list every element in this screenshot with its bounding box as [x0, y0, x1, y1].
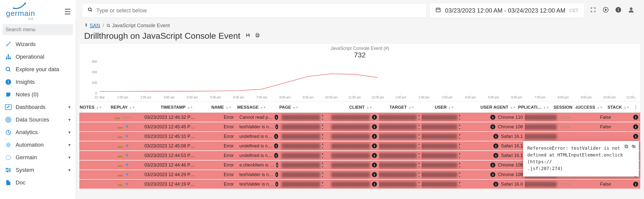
- info-dot-icon[interactable]: i: [459, 163, 460, 168]
- info-dot-icon[interactable]: i: [322, 115, 323, 120]
- info-dot-icon[interactable]: i: [322, 134, 323, 139]
- col-useragent[interactable]: USER AGENT ▲▼: [456, 102, 518, 112]
- col-success[interactable]: SUCCESS ▲▼: [576, 102, 605, 112]
- table-menu-icon[interactable]: ⋮: [631, 102, 640, 112]
- replay-icon[interactable]: ✶: [125, 133, 129, 140]
- info-dot-icon[interactable]: i: [275, 115, 278, 120]
- save-icon[interactable]: [245, 33, 250, 39]
- table-row[interactable]: ▬✶03/23/2023 12:44:19 P…ErrortestValider…: [79, 180, 640, 189]
- sidebar-item-dashboards[interactable]: Dashboards▾: [0, 101, 76, 113]
- sidebar-item-doc[interactable]: Doc: [0, 176, 76, 189]
- info-dot-icon[interactable]: i: [459, 134, 460, 139]
- info-dot-icon[interactable]: i: [275, 172, 278, 177]
- col-session[interactable]: SESSION ▲▼: [551, 102, 576, 112]
- col-target[interactable]: TARGET ▲▼: [374, 102, 416, 112]
- info-dot-icon[interactable]: i: [490, 172, 495, 177]
- user-icon[interactable]: [628, 7, 634, 15]
- replay-icon[interactable]: ✶: [125, 181, 129, 187]
- info-dot-icon[interactable]: i: [372, 134, 377, 139]
- col-replay[interactable]: REPLAY ▲▼: [104, 102, 142, 112]
- info-dot-icon[interactable]: i: [459, 172, 460, 177]
- sidebar-item-notes-0-[interactable]: Notes (0): [0, 88, 76, 101]
- play-icon[interactable]: [603, 7, 609, 15]
- info-dot-icon[interactable]: i: [322, 163, 323, 168]
- fullscreen-icon[interactable]: [590, 7, 596, 15]
- note-icon[interactable]: ▬: [118, 162, 123, 168]
- info-dot-icon[interactable]: i: [372, 124, 377, 129]
- info-dot-icon[interactable]: i: [633, 124, 638, 129]
- note-icon[interactable]: ▬: [118, 181, 123, 187]
- info-dot-icon[interactable]: i: [372, 153, 377, 158]
- info-dot-icon[interactable]: i: [419, 115, 420, 120]
- info-dot-icon[interactable]: i: [459, 153, 460, 158]
- info-icon[interactable]: [615, 7, 621, 15]
- note-icon[interactable]: ▬: [118, 143, 123, 149]
- info-dot-icon[interactable]: i: [274, 134, 278, 139]
- hide-icon[interactable]: [631, 143, 636, 151]
- info-dot-icon[interactable]: i: [322, 143, 323, 148]
- info-dot-icon[interactable]: i: [419, 143, 420, 148]
- info-dot-icon[interactable]: i: [493, 143, 498, 148]
- col-timestamp[interactable]: TIMESTAMP ▲▼: [142, 102, 197, 112]
- sidebar-item-system[interactable]: System▾: [0, 164, 76, 176]
- sidebar-item-germain[interactable]: Germain▾: [0, 151, 76, 164]
- info-dot-icon[interactable]: i: [459, 143, 460, 148]
- table-row[interactable]: ▬✶03/23/2023 12:45:45 P…ErrortestValider…: [79, 122, 640, 132]
- info-dot-icon[interactable]: i: [322, 182, 323, 187]
- note-icon[interactable]: ▬: [115, 114, 120, 120]
- note-icon[interactable]: ▬: [118, 172, 123, 178]
- info-dot-icon[interactable]: i: [459, 115, 460, 120]
- breadcrumb-root[interactable]: SAN: [84, 23, 100, 28]
- sidebar-item-explore-your-data[interactable]: Explore your data: [0, 63, 76, 76]
- print-icon[interactable]: [255, 33, 260, 39]
- info-dot-icon[interactable]: i: [419, 172, 420, 177]
- info-dot-icon[interactable]: i: [372, 143, 377, 148]
- sidebar-item-data-sources[interactable]: Data Sources▾: [0, 113, 76, 126]
- info-dot-icon[interactable]: i: [322, 124, 323, 129]
- table-row[interactable]: ▬none03/23/2023 12:46:32 P…ErrorCannot r…: [79, 113, 640, 122]
- info-dot-icon[interactable]: i: [322, 153, 323, 158]
- info-dot-icon[interactable]: i: [459, 182, 460, 187]
- info-dot-icon[interactable]: i: [372, 182, 377, 187]
- info-dot-icon[interactable]: i: [459, 124, 460, 129]
- copy-icon[interactable]: [624, 143, 629, 151]
- info-dot-icon[interactable]: i: [275, 124, 278, 129]
- global-search[interactable]: [83, 4, 426, 17]
- info-dot-icon[interactable]: i: [490, 163, 495, 168]
- sidebar-item-operational[interactable]: Operational: [0, 51, 76, 63]
- info-dot-icon[interactable]: i: [274, 153, 278, 158]
- col-client[interactable]: CLIENT ▲▼: [321, 102, 374, 112]
- brand-logo[interactable]: germain UX: [6, 3, 35, 21]
- info-dot-icon[interactable]: i: [419, 182, 420, 187]
- info-dot-icon[interactable]: i: [372, 172, 377, 177]
- col-stack[interactable]: STACK ▲▼: [605, 102, 631, 112]
- global-search-input[interactable]: [96, 7, 421, 14]
- col-message[interactable]: MESSAGE ▲▼: [235, 102, 277, 112]
- info-dot-icon[interactable]: i: [276, 163, 278, 168]
- info-dot-icon[interactable]: i: [274, 143, 278, 148]
- replay-icon[interactable]: ✶: [125, 124, 129, 130]
- replay-icon[interactable]: ✶: [125, 143, 129, 149]
- col-page[interactable]: PAGE ▲▼: [277, 102, 321, 112]
- sidebar-item-wizards[interactable]: Wizards: [0, 38, 76, 51]
- info-dot-icon[interactable]: i: [633, 115, 638, 120]
- sidebar-item-insights[interactable]: Insights: [0, 76, 76, 88]
- info-dot-icon[interactable]: i: [372, 115, 377, 120]
- info-dot-icon[interactable]: i: [419, 134, 420, 139]
- replay-icon[interactable]: ✶: [125, 171, 129, 178]
- info-dot-icon[interactable]: i: [493, 182, 498, 187]
- info-dot-icon[interactable]: i: [322, 172, 323, 177]
- info-dot-icon[interactable]: i: [490, 124, 495, 129]
- chart-svg[interactable]: 010020030023. Mar1:00 am2:00 am3:00 am4:…: [84, 60, 635, 100]
- col-notes[interactable]: NOTES ▲▼: [79, 102, 104, 112]
- col-name[interactable]: NAME ▲▼: [197, 102, 235, 112]
- hamburger-icon[interactable]: ☰: [64, 7, 71, 16]
- info-dot-icon[interactable]: i: [372, 163, 377, 168]
- sidebar-search-input[interactable]: [3, 24, 73, 35]
- sidebar-item-automation[interactable]: Automation▾: [0, 139, 76, 151]
- info-dot-icon[interactable]: i: [419, 153, 420, 158]
- info-dot-icon[interactable]: i: [493, 134, 498, 139]
- info-dot-icon[interactable]: i: [493, 153, 498, 158]
- info-dot-icon[interactable]: i: [275, 182, 278, 187]
- info-dot-icon[interactable]: i: [419, 124, 420, 129]
